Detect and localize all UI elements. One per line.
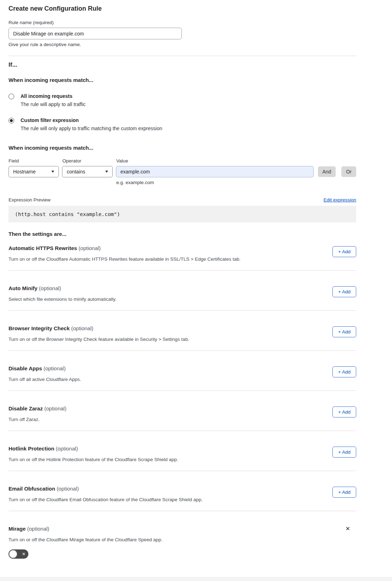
setting-optional-tag: (optional) <box>71 325 94 331</box>
field-select-value: Hostname <box>13 169 36 175</box>
setting-title: Disable Zaraz <box>9 405 43 411</box>
setting-optional-tag: (optional) <box>39 285 61 291</box>
setting-title: Email Obfuscation <box>9 486 55 492</box>
radio-custom-filter-description: The rule will only apply to traffic matc… <box>21 126 162 131</box>
setting-auto-minify: Auto Minify (optional) Select which file… <box>9 271 356 311</box>
expression-preview-box: (http.host contains "example.com") <box>9 206 356 222</box>
toggle-knob <box>9 550 17 558</box>
setting-browser-integrity-check: Browser Integrity Check (optional) Turn … <box>9 311 356 351</box>
close-icon[interactable]: ✕ <box>346 526 356 532</box>
rule-name-input[interactable] <box>9 28 182 39</box>
section-divider <box>9 56 356 56</box>
setting-optional-tag: (optional) <box>44 405 67 411</box>
setting-description: Turn on or off the Cloudflare Automatic … <box>9 256 241 262</box>
radio-unselected-icon[interactable] <box>9 94 14 99</box>
or-button[interactable]: Or <box>341 166 356 177</box>
value-input[interactable] <box>116 166 314 177</box>
edit-expression-link[interactable]: Edit expression <box>324 197 356 203</box>
rule-name-label: Rule name (required) <box>9 20 356 25</box>
setting-description: Select which file extensions to minify a… <box>9 297 116 302</box>
setting-optional-tag: (optional) <box>56 446 78 452</box>
setting-title: Automatic HTTPS Rewrites <box>9 245 77 251</box>
rule-name-help: Give your rule a descriptive name. <box>9 42 356 47</box>
setting-description: Turn on or off the Cloudflare Email Obfu… <box>9 497 203 503</box>
radio-selected-icon[interactable] <box>9 118 14 123</box>
operator-select-value: contains <box>67 169 85 175</box>
setting-optional-tag: (optional) <box>44 365 66 371</box>
add-email-obfuscation-button[interactable]: + Add <box>332 487 356 498</box>
radio-all-requests-label: All incoming requests <box>21 93 85 99</box>
value-hint: e.g. example.com <box>116 180 356 185</box>
setting-optional-tag: (optional) <box>27 526 50 532</box>
field-label: Field <box>9 158 62 164</box>
match-heading: When incoming requests match... <box>9 77 356 83</box>
add-hotlink-protection-button[interactable]: + Add <box>332 447 356 458</box>
setting-title: Hotlink Protection <box>9 446 54 452</box>
setting-mirage: Mirage (optional) Turn on or off the Clo… <box>9 511 356 559</box>
add-browser-integrity-check-button[interactable]: + Add <box>332 326 356 337</box>
setting-description: Turn on or off the Hotlink Protection fe… <box>9 457 178 463</box>
add-disable-zaraz-button[interactable]: + Add <box>332 406 356 417</box>
if-heading: If... <box>9 61 356 68</box>
add-disable-apps-button[interactable]: + Add <box>332 366 356 377</box>
expression-builder-heading: When incoming requests match... <box>9 145 356 151</box>
setting-description: Turn off Zaraz. <box>9 417 66 422</box>
toggle-off-icon: ✕ <box>22 549 26 559</box>
radio-all-requests-description: The rule will apply to all traffic <box>21 101 85 107</box>
setting-optional-tag: (optional) <box>57 486 79 492</box>
setting-title: Disable Apps <box>9 365 42 371</box>
radio-custom-filter-label: Custom filter expression <box>21 117 162 123</box>
create-configuration-rule-form: Create new Configuration Rule Rule name … <box>0 0 365 559</box>
value-label: Value <box>116 158 128 164</box>
expression-preview-label: Expression Preview <box>9 197 51 203</box>
setting-email-obfuscation: Email Obfuscation (optional) Turn on or … <box>9 471 356 511</box>
page-title: Create new Configuration Rule <box>9 5 356 12</box>
expression-preview-code: (http.host contains "example.com") <box>15 211 120 217</box>
footer-band <box>0 577 392 581</box>
setting-title: Auto Minify <box>9 285 38 291</box>
setting-description: Turn off all active Cloudflare Apps. <box>9 377 81 382</box>
radio-option-all-requests[interactable]: All incoming requests The rule will appl… <box>9 93 356 107</box>
and-button[interactable]: And <box>318 166 336 177</box>
setting-disable-zaraz: Disable Zaraz (optional) Turn off Zaraz.… <box>9 391 356 431</box>
setting-title: Mirage <box>9 526 26 532</box>
field-select[interactable]: Hostname <box>9 166 59 177</box>
chevron-down-icon <box>105 171 108 173</box>
setting-optional-tag: (optional) <box>79 245 101 251</box>
setting-automatic-https-rewrites: Automatic HTTPS Rewrites (optional) Turn… <box>9 237 356 271</box>
radio-option-custom-filter[interactable]: Custom filter expression The rule will o… <box>9 117 356 131</box>
settings-heading: Then the settings are... <box>9 231 356 237</box>
operator-select[interactable]: contains <box>62 166 112 177</box>
chevron-down-icon <box>51 171 54 173</box>
setting-disable-apps: Disable Apps (optional) Turn off all act… <box>9 351 356 391</box>
setting-title: Browser Integrity Check <box>9 325 70 331</box>
add-automatic-https-rewrites-button[interactable]: + Add <box>332 246 356 257</box>
mirage-toggle[interactable]: ✕ <box>9 549 28 559</box>
setting-description: Turn on or off the Cloudflare Mirage fea… <box>9 537 163 543</box>
add-auto-minify-button[interactable]: + Add <box>332 286 356 297</box>
setting-description: Turn on or off the Browser Integrity Che… <box>9 337 189 342</box>
operator-label: Operator <box>62 158 116 164</box>
setting-hotlink-protection: Hotlink Protection (optional) Turn on or… <box>9 431 356 471</box>
